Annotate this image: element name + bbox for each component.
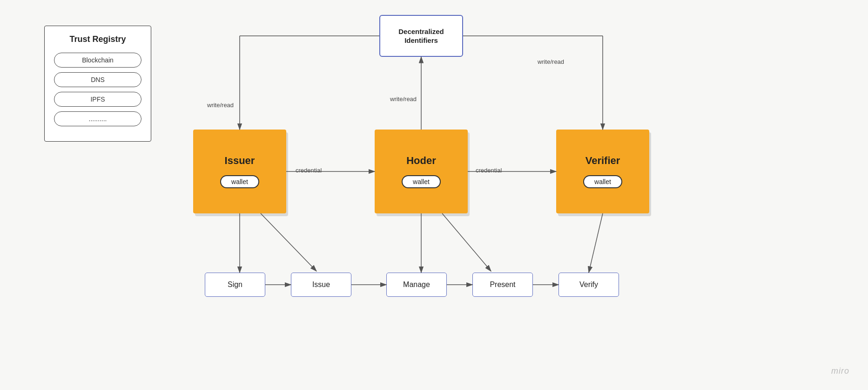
holder-wallet-button[interactable]: wallet — [402, 175, 441, 188]
write-read-issuer-label: write/read — [207, 102, 234, 109]
holder-box: Hoder wallet — [375, 130, 468, 213]
write-read-verifier-label: write/read — [538, 58, 564, 65]
svg-line-10 — [261, 213, 316, 271]
trust-registry-item-blockchain: Blockchain — [54, 53, 141, 68]
trust-registry-item-dns: DNS — [54, 72, 141, 87]
credential-1-label: credential — [296, 167, 322, 174]
verifier-wallet-button[interactable]: wallet — [583, 175, 622, 188]
miro-watermark: miro — [831, 366, 849, 376]
verify-box: Verify — [558, 273, 619, 297]
issuer-wallet-button[interactable]: wallet — [220, 175, 259, 188]
issue-box: Issue — [291, 273, 351, 297]
sign-box: Sign — [205, 273, 265, 297]
verifier-box: Verifier wallet — [556, 130, 649, 213]
present-label: Present — [490, 281, 515, 289]
holder-label: Hoder — [406, 155, 436, 167]
credential-2-label: credential — [476, 167, 502, 174]
write-read-holder-label: write/read — [390, 96, 417, 103]
sign-label: Sign — [228, 281, 242, 289]
svg-line-17 — [589, 213, 603, 273]
verify-label: Verify — [579, 281, 598, 289]
svg-line-14 — [442, 213, 491, 271]
did-box: DecentralizedIdentifiers — [379, 15, 463, 57]
did-label: DecentralizedIdentifiers — [398, 27, 444, 45]
manage-box: Manage — [386, 273, 447, 297]
verifier-label: Verifier — [585, 155, 620, 167]
issue-label: Issue — [312, 281, 330, 289]
present-box: Present — [472, 273, 533, 297]
trust-registry-box: Trust Registry Blockchain DNS IPFS .....… — [44, 26, 151, 142]
trust-registry-item-ipfs: IPFS — [54, 92, 141, 107]
trust-registry-title: Trust Registry — [54, 34, 141, 44]
trust-registry-item-other: .......... — [54, 111, 141, 126]
issuer-box: Issuer wallet — [193, 130, 286, 213]
manage-label: Manage — [403, 281, 430, 289]
issuer-label: Issuer — [225, 155, 255, 167]
